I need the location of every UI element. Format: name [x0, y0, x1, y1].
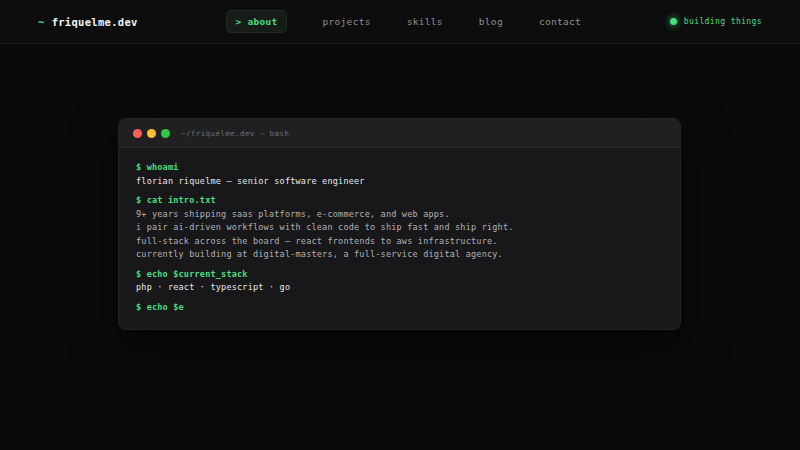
terminal-output-line: i pair ai-driven workflows with clean co… [136, 221, 663, 235]
site-logo[interactable]: ~ friquelme.dev [38, 16, 138, 28]
minimize-icon[interactable] [147, 129, 156, 138]
nav-item-about[interactable]: > about [226, 10, 286, 33]
window-controls [133, 129, 170, 138]
tilde-icon: ~ [38, 16, 45, 28]
terminal-output-line: currently building at digital-masters, a… [136, 248, 663, 262]
top-nav-bar: ~ friquelme.dev > aboutprojectsskillsblo… [0, 0, 800, 44]
terminal-command: $ echo $e [136, 301, 663, 315]
terminal-block: $ cat intro.txt9+ years shipping saas pl… [136, 194, 663, 262]
terminal-block: $ whoamiflorian riquelme — senior softwa… [136, 161, 663, 188]
terminal-block: $ echo $e [136, 301, 663, 315]
terminal-output-line: full-stack across the board — react fron… [136, 235, 663, 249]
status-label: building things [684, 17, 762, 26]
terminal-title: ~/friquelme.dev — bash [181, 129, 289, 138]
terminal-output-line: php · react · typescript · go [136, 281, 663, 295]
terminal-window: ~/friquelme.dev — bash $ whoamiflorian r… [118, 118, 681, 330]
site-logo-text: friquelme.dev [52, 16, 138, 28]
nav-item-blog[interactable]: blog [479, 16, 503, 27]
close-icon[interactable] [133, 129, 142, 138]
maximize-icon[interactable] [161, 129, 170, 138]
terminal-command: $ cat intro.txt [136, 194, 663, 208]
terminal-command: $ echo $current_stack [136, 268, 663, 282]
terminal-command: $ whoami [136, 161, 663, 175]
status-dot-icon [670, 18, 677, 25]
terminal-titlebar: ~/friquelme.dev — bash [119, 119, 680, 148]
terminal-output-line: florian riquelme — senior software engin… [136, 175, 663, 189]
terminal-block: $ echo $current_stackphp · react · types… [136, 268, 663, 295]
nav-item-contact[interactable]: contact [539, 16, 581, 27]
nav-item-skills[interactable]: skills [407, 16, 443, 27]
terminal-body: $ whoamiflorian riquelme — senior softwa… [119, 148, 680, 329]
main-nav: > aboutprojectsskillsblogcontact [138, 10, 670, 33]
nav-item-projects[interactable]: projects [323, 16, 371, 27]
status-badge: building things [670, 17, 762, 26]
terminal-output-line: 9+ years shipping saas platforms, e-comm… [136, 208, 663, 222]
